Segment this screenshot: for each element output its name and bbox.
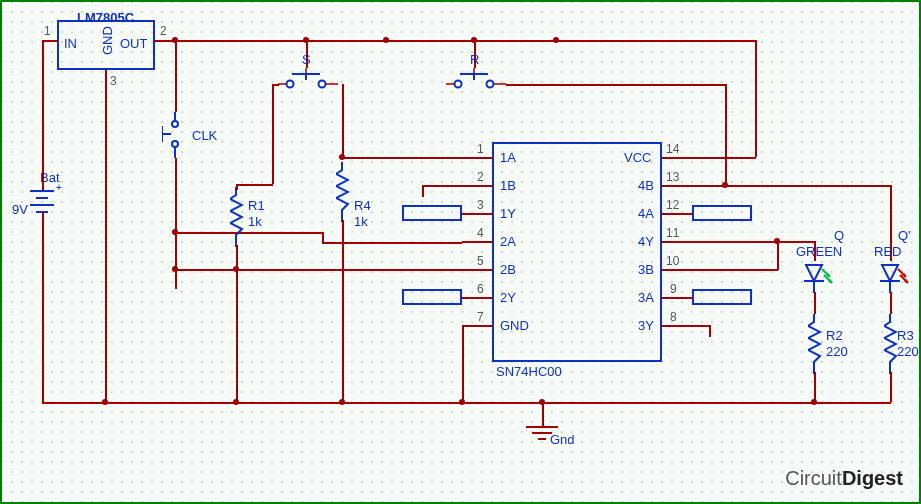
ic-pin12-name: 4A (638, 206, 654, 221)
brand-logo: CircuitDigest (785, 467, 903, 490)
r1-value: 1k (248, 214, 262, 229)
ic-pin12-num: 12 (666, 198, 679, 212)
battery-value: 9V (12, 202, 28, 217)
s-label: S (302, 52, 311, 67)
regulator-pin-out: OUT (120, 36, 147, 51)
led-qp (876, 261, 912, 301)
clk-switch (162, 112, 192, 162)
ic-pin5-num: 5 (477, 254, 484, 268)
ic-pin8-num: 8 (670, 310, 677, 324)
nc-pin3 (402, 205, 462, 221)
svg-point-7 (287, 81, 294, 88)
nc-pin12 (692, 205, 752, 221)
r2-resistor (808, 314, 822, 378)
ic-part: SN74HC00 (496, 364, 562, 379)
led-q (800, 261, 836, 301)
svg-point-4 (172, 141, 178, 147)
ic-pin9-num: 9 (670, 282, 677, 296)
regulator-part: LM7805C (77, 10, 134, 25)
ic-pin3-name: 1Y (500, 206, 516, 221)
schematic-canvas: LM7805C IN GND OUT 1 2 3 Bat 9V + (0, 0, 921, 504)
ic-pin7-num: 7 (477, 310, 484, 324)
svg-point-14 (455, 81, 462, 88)
ic-pin4-name: 2A (500, 234, 516, 249)
r4-value: 1k (354, 214, 368, 229)
s-switch (278, 68, 338, 98)
ic-pin9-name: 3A (638, 290, 654, 305)
r3-value: 220 (897, 344, 919, 359)
r4-resistor (336, 162, 350, 226)
brand-part1: Circuit (785, 467, 842, 489)
regulator-pin1-num: 1 (44, 24, 51, 38)
clk-label: CLK (192, 128, 217, 143)
ground-label: Gnd (550, 432, 575, 447)
ic-pin4-num: 4 (477, 226, 484, 240)
r1-name: R1 (248, 198, 265, 213)
ic-pin6-name: 2Y (500, 290, 516, 305)
ic-pin1-name: 1A (500, 150, 516, 165)
ic-pin2-name: 1B (500, 178, 516, 193)
regulator-pin2-num: 2 (160, 24, 167, 38)
ic-pin13-num: 13 (666, 170, 679, 184)
led-q-name: Q (834, 228, 844, 243)
ic-pin7-name: GND (500, 318, 529, 333)
ic-pin8-name: 3Y (638, 318, 654, 333)
ic-pin14-num: 14 (666, 142, 679, 156)
led-qp-color: RED (874, 244, 901, 259)
ic-pin6-num: 6 (477, 282, 484, 296)
svg-point-8 (319, 81, 326, 88)
r1-resistor (230, 187, 244, 251)
ic-pin10-num: 10 (666, 254, 679, 268)
svg-marker-27 (882, 265, 898, 281)
nc-pin6 (402, 289, 462, 305)
ic-pin5-name: 2B (500, 262, 516, 277)
nc-pin9 (692, 289, 752, 305)
led-qp-name: Q' (898, 228, 911, 243)
r4-name: R4 (354, 198, 371, 213)
svg-point-15 (487, 81, 494, 88)
brand-part2: Digest (842, 467, 903, 489)
svg-point-1 (172, 121, 178, 127)
regulator-pin-in: IN (64, 36, 77, 51)
ic-pin1-num: 1 (477, 142, 484, 156)
r3-resistor (884, 314, 898, 378)
ic-pin14-name: VCC (624, 150, 651, 165)
ic-pin10-name: 3B (638, 262, 654, 277)
ic-pin2-num: 2 (477, 170, 484, 184)
ic-pin3-num: 3 (477, 198, 484, 212)
led-q-color: GREEN (796, 244, 842, 259)
r2-value: 220 (826, 344, 848, 359)
r3-name: R3 (897, 328, 914, 343)
svg-marker-20 (806, 265, 822, 281)
r2-name: R2 (826, 328, 843, 343)
regulator-pin-gnd: GND (100, 26, 115, 55)
regulator-pin3-num: 3 (110, 74, 117, 88)
ic-pin11-num: 11 (666, 226, 679, 240)
r-switch (446, 68, 506, 98)
r-label: R (470, 52, 479, 67)
ic-pin13-name: 4B (638, 178, 654, 193)
ic-pin11-name: 4Y (638, 234, 654, 249)
